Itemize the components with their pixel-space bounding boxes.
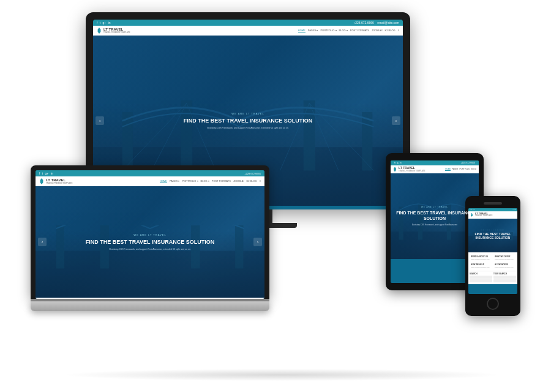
l-social-tw: t <box>42 172 43 175</box>
phone-cards-section: WORDS ABOUT US Etiam consectetur digniss… <box>468 252 517 284</box>
phone-website: f t g+ in +228 LT TRAVEL TRAVEL TEMPLATE <box>468 208 517 294</box>
l-social-in: in <box>51 172 53 175</box>
laptop-logo-icon <box>39 178 44 184</box>
phone-card-help: HOW WE HELP Etiam consectetur dignissim … <box>470 262 492 270</box>
hero-arrow-left[interactable]: ‹ <box>96 116 104 125</box>
laptop-website: f t g+ in +228.672.6666 <box>36 170 264 299</box>
site-logo: LT TRAVEL TRAVEL PREMIUM TEMPLATE <box>97 28 130 34</box>
menu-hamburger[interactable]: ≡ <box>398 29 399 32</box>
l-menu-post[interactable]: POST FORMATS <box>212 179 231 183</box>
laptop-menu: HOME PAGES ▾ PORTFOLIO ▾ BLOG ▾ POST FOR… <box>160 179 261 183</box>
hero-subtitle: WE ARE LT TRAVEL <box>231 112 264 115</box>
phone-hero: WE ARE LT TRAVEL FIND THE BEST TRAVEL IN… <box>468 219 517 252</box>
l-menu-joomla[interactable]: JOOMLA! <box>233 179 244 183</box>
l-social-gp: g+ <box>45 172 49 175</box>
t-social: f t g+ in <box>394 162 402 164</box>
t-portfolio[interactable]: PORTFOLIO <box>459 168 470 171</box>
laptop-base <box>31 301 269 311</box>
contact-info: +228.672.6666 email@site.com <box>353 21 399 24</box>
p-subtitle: WE ARE LT TRAVEL <box>481 229 504 231</box>
location-input-bar[interactable] <box>470 279 492 282</box>
p-card-title-2: WHAT WE OFFER <box>495 255 515 258</box>
phone-number: +228.672.6666 <box>353 21 374 24</box>
search-col-title: SEARCH <box>470 273 492 275</box>
t-title: FIND THE BEST TRAVEL INSURANCE SOLUTION <box>395 211 474 221</box>
l-arrow-right[interactable]: › <box>253 238 262 246</box>
social-icons: f t g+ in <box>97 21 112 24</box>
laptop-logo: LT TRAVEL TRAVEL PREMIUM TEMPLATE <box>39 178 73 184</box>
p-phone: +228 <box>512 209 516 211</box>
menu-blog[interactable]: BLOG ▾ <box>339 29 348 32</box>
svg-rect-15 <box>235 225 243 268</box>
phone-nav: LT TRAVEL TRAVEL TEMPLATE <box>468 211 517 219</box>
phone-tour-col: TOUR SEARCH <box>493 273 516 282</box>
tablet-logo-icon <box>393 167 397 172</box>
laptop-nav: LT TRAVEL TRAVEL PREMIUM TEMPLATE HOME P… <box>36 176 264 186</box>
tour-input-2[interactable] <box>493 279 516 282</box>
social-gp[interactable]: g+ <box>103 21 107 24</box>
social-fb[interactable]: f <box>97 21 97 24</box>
phone-cards-grid: WORDS ABOUT US Etiam consectetur digniss… <box>470 254 516 270</box>
laptop-hero: ‹ › WE ARE LT TRAVEL FIND THE BEST TRAVE… <box>36 186 264 298</box>
laptop-site-topbar: f t g+ in +228.672.6666 <box>36 170 264 176</box>
laptop-screen: f t g+ in +228.672.6666 <box>36 170 264 299</box>
phone-home-button[interactable] <box>487 298 499 310</box>
l-menu-home[interactable]: HOME <box>160 179 167 183</box>
t-subtitle: WE ARE LT TRAVEL <box>421 206 448 208</box>
menu-portfolio[interactable]: PORTFOLIO ▾ <box>320 29 336 32</box>
p-card-text-4: Etiam consectetur dignissim lorem. <box>495 266 515 268</box>
p-card-text-3: Etiam consectetur dignissim lorem. <box>471 266 491 268</box>
svg-rect-13 <box>100 225 108 268</box>
hero-desc: Bootstrap CSS Framework, and support Fon… <box>207 127 288 129</box>
logo-sub: TRAVEL PREMIUM TEMPLATE <box>103 32 130 34</box>
l-menu-blog[interactable]: BLOG ▾ <box>201 179 209 183</box>
svg-rect-19 <box>447 203 451 240</box>
t-blog[interactable]: BLOG <box>471 168 476 171</box>
search-input-bar[interactable] <box>470 276 492 279</box>
site-menu: HOME PAGES ▾ PORTFOLIO ▾ BLOG ▾ POST FOR… <box>298 29 399 32</box>
p-card-title-1: WORDS ABOUT US <box>471 255 491 258</box>
p-card-text-2: Etiam consectetur dignissim lorem. <box>495 258 515 260</box>
menu-pages[interactable]: PAGES ▾ <box>308 29 318 32</box>
menu-k2blog[interactable]: K2 BLOG <box>385 29 395 32</box>
p-title: FIND THE BEST TRAVEL INSURANCE SOLUTION <box>473 232 512 239</box>
t-desc: Bootstrap CSS Framework, and support Fon… <box>412 224 457 226</box>
t-home[interactable]: HOME <box>445 168 451 171</box>
tablet-nav: LT TRAVEL TRAVEL PREMIUM TEMPLATE HOME P… <box>391 165 479 173</box>
p-card-title-4: A FEW WORDS <box>495 263 515 266</box>
phone-logo-sub: TRAVEL TEMPLATE <box>475 215 493 217</box>
tablet-logo: LT TRAVEL TRAVEL PREMIUM TEMPLATE <box>393 167 425 172</box>
tour-input-1[interactable] <box>493 276 516 279</box>
p-card-title-3: HOW WE HELP <box>471 263 491 266</box>
tablet-logo-text: LT TRAVEL TRAVEL PREMIUM TEMPLATE <box>399 167 425 172</box>
laptop-icons-strip: 🔖 ABOUT US ★ WHAT WE OFFER ✦ HOW WE HELP <box>36 298 264 299</box>
l-menu-k2[interactable]: K2 BLOG <box>247 179 257 183</box>
laptop-social: f t g+ in <box>39 172 54 175</box>
phone-screen: f t g+ in +228 LT TRAVEL TRAVEL TEMPLATE <box>468 208 517 294</box>
menu-post-formats[interactable]: POST FORMATS <box>350 29 369 32</box>
menu-joomla[interactable]: JOOMLA! <box>372 29 383 32</box>
logo-icon <box>97 28 102 34</box>
l-menu-ham[interactable]: ≡ <box>260 179 261 183</box>
email-address: email@site.com <box>377 21 399 24</box>
svg-rect-11 <box>36 251 264 298</box>
tablet-topbar: f t g+ in +228.672.6666 <box>391 160 479 165</box>
phone-search-grid: SEARCH TOUR SEARCH <box>470 273 516 282</box>
hero-arrow-right[interactable]: › <box>392 116 400 125</box>
l-menu-portfolio[interactable]: PORTFOLIO ▾ <box>182 179 198 183</box>
menu-home[interactable]: HOME <box>298 29 305 32</box>
phone-search-area: SEARCH TOUR SEARCH <box>470 271 516 282</box>
laptop-contact: +228.672.6666 <box>244 172 261 175</box>
laptop-frame: f t g+ in +228.672.6666 <box>31 165 269 299</box>
tablet-logo-sub: TRAVEL PREMIUM TEMPLATE <box>399 170 425 172</box>
svg-rect-14 <box>191 225 200 268</box>
svg-rect-18 <box>418 203 422 240</box>
logo-text: LT TRAVEL TRAVEL PREMIUM TEMPLATE <box>103 28 130 34</box>
l-arrow-left[interactable]: ‹ <box>38 238 47 246</box>
l-menu-pages[interactable]: PAGES ▾ <box>170 179 180 183</box>
t-pages[interactable]: PAGES <box>452 168 458 171</box>
social-tw[interactable]: t <box>100 21 100 24</box>
device-shadow <box>61 369 502 381</box>
l-hero-title: FIND THE BEST TRAVEL INSURANCE SOLUTION <box>86 239 215 246</box>
social-in[interactable]: in <box>108 21 111 24</box>
